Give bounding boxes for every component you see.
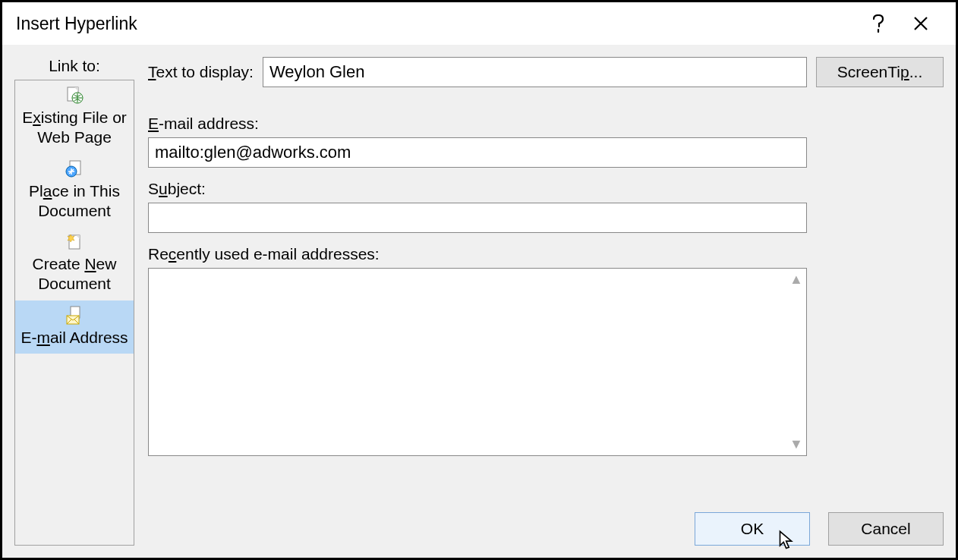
insert-hyperlink-dialog: Insert Hyperlink Link to: Existing File … — [0, 0, 958, 560]
subject-label: Subject: — [148, 180, 944, 198]
link-to-list: Existing File orWeb Page Place in ThisDo… — [14, 80, 134, 546]
recent-emails-label: Recently used e-mail addresses: — [148, 245, 944, 263]
linkto-existing-file[interactable]: Existing File orWeb Page — [15, 80, 134, 154]
linkto-item-label: Place in ThisDocument — [29, 181, 120, 222]
text-to-display-label: Text to display: — [148, 63, 254, 81]
linkto-email-address[interactable]: E-mail Address — [15, 300, 134, 354]
file-web-icon — [64, 85, 85, 106]
close-button[interactable] — [900, 2, 942, 45]
email-address-icon — [64, 305, 85, 326]
email-address-input[interactable] — [148, 137, 807, 168]
recent-emails-list[interactable]: ▲ ▼ — [148, 268, 807, 456]
subject-field: Subject: — [148, 180, 944, 233]
screentip-button[interactable]: ScreenTip... — [816, 57, 944, 87]
linkto-item-label: Create NewDocument — [33, 254, 117, 294]
help-icon — [873, 14, 884, 33]
cancel-button-label: Cancel — [861, 520, 910, 538]
dialog-body: Link to: Existing File orWeb Page — [2, 45, 956, 558]
close-icon — [913, 16, 928, 31]
subject-input[interactable] — [148, 203, 807, 233]
cursor-icon — [777, 530, 799, 551]
link-to-column: Link to: Existing File orWeb Page — [14, 57, 134, 546]
new-doc-icon — [64, 231, 85, 253]
dialog-footer: OK Cancel — [695, 512, 944, 546]
ok-button[interactable]: OK — [695, 512, 810, 546]
main-column: Text to display: ScreenTip... E-mail add… — [148, 57, 944, 546]
cancel-button[interactable]: Cancel — [828, 512, 944, 546]
dialog-title: Insert Hyperlink — [16, 14, 137, 34]
linkto-item-label: E-mail Address — [20, 328, 128, 348]
linkto-item-label: Existing File orWeb Page — [22, 108, 127, 148]
scroll-up-icon: ▲ — [789, 269, 803, 291]
link-to-label: Link to: — [49, 57, 100, 75]
scrollbar[interactable]: ▲ ▼ — [786, 269, 806, 455]
scroll-down-icon: ▼ — [789, 433, 803, 455]
place-in-doc-icon — [64, 159, 85, 180]
text-to-display-row: Text to display: ScreenTip... — [148, 57, 944, 87]
titlebar: Insert Hyperlink — [2, 2, 956, 45]
linkto-create-new[interactable]: Create NewDocument — [15, 227, 134, 300]
ok-button-label: OK — [741, 520, 764, 538]
linkto-place-in-doc[interactable]: Place in ThisDocument — [15, 154, 134, 228]
email-address-label: E-mail address: — [148, 115, 944, 133]
help-button[interactable] — [857, 2, 900, 45]
email-address-field: E-mail address: — [148, 115, 944, 168]
text-to-display-input[interactable] — [263, 57, 807, 87]
recent-emails-field: Recently used e-mail addresses: ▲ ▼ — [148, 245, 944, 456]
